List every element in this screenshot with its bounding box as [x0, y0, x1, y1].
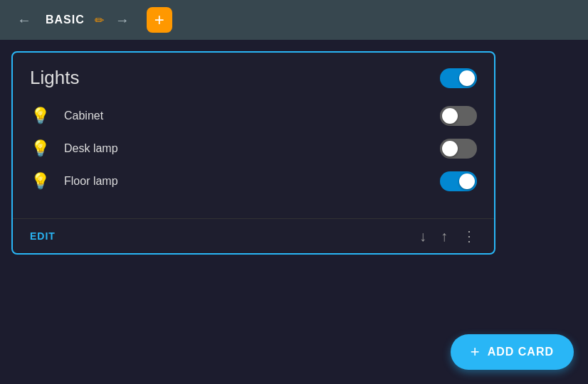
edit-button[interactable]: EDIT — [30, 230, 56, 242]
lights-card: Lights 💡 Cabinet 💡 Desk lamp — [11, 51, 495, 255]
lights-main-toggle[interactable] — [440, 68, 477, 88]
move-up-icon[interactable]: ↑ — [441, 228, 448, 245]
footer-actions: ↓ ↑ ⋮ — [419, 228, 477, 245]
add-tab-button[interactable]: + — [147, 7, 172, 33]
main-content: Lights 💡 Cabinet 💡 Desk lamp — [0, 40, 588, 384]
add-card-plus-icon: + — [471, 344, 481, 360]
light-item-cabinet: 💡 Cabinet — [30, 106, 477, 126]
top-bar: ← BASIC ✏ → + — [0, 0, 588, 40]
desk-lamp-toggle[interactable] — [440, 139, 477, 159]
cabinet-toggle[interactable] — [440, 106, 477, 126]
card-footer: EDIT ↓ ↑ ⋮ — [13, 218, 494, 253]
card-body: Lights 💡 Cabinet 💡 Desk lamp — [13, 53, 494, 218]
cabinet-bulb-icon: 💡 — [30, 107, 50, 125]
card-title: Lights — [30, 67, 79, 89]
desk-lamp-label: Desk lamp — [64, 142, 440, 155]
cabinet-toggle-thumb — [442, 108, 458, 124]
light-item-floor-lamp: 💡 Floor lamp — [30, 171, 477, 191]
desk-lamp-toggle-thumb — [442, 141, 458, 156]
edit-title-icon[interactable]: ✏ — [95, 14, 104, 27]
light-item-desk-lamp: 💡 Desk lamp — [30, 139, 477, 159]
floor-lamp-label: Floor lamp — [64, 175, 440, 188]
dashboard-title: BASIC — [46, 14, 85, 26]
card-header: Lights — [30, 67, 477, 89]
forward-arrow[interactable]: → — [110, 9, 135, 31]
back-arrow[interactable]: ← — [11, 9, 37, 31]
desk-lamp-bulb-icon: 💡 — [30, 139, 50, 158]
floor-lamp-toggle-thumb — [459, 174, 475, 189]
add-card-button[interactable]: + ADD CARD — [451, 334, 574, 370]
floor-lamp-bulb-icon: 💡 — [30, 172, 50, 191]
toggle-thumb-main — [459, 70, 475, 86]
floor-lamp-toggle[interactable] — [440, 171, 477, 191]
cabinet-label: Cabinet — [64, 110, 440, 122]
more-options-icon[interactable]: ⋮ — [462, 228, 477, 245]
add-card-label: ADD CARD — [488, 346, 554, 358]
move-down-icon[interactable]: ↓ — [419, 228, 426, 245]
